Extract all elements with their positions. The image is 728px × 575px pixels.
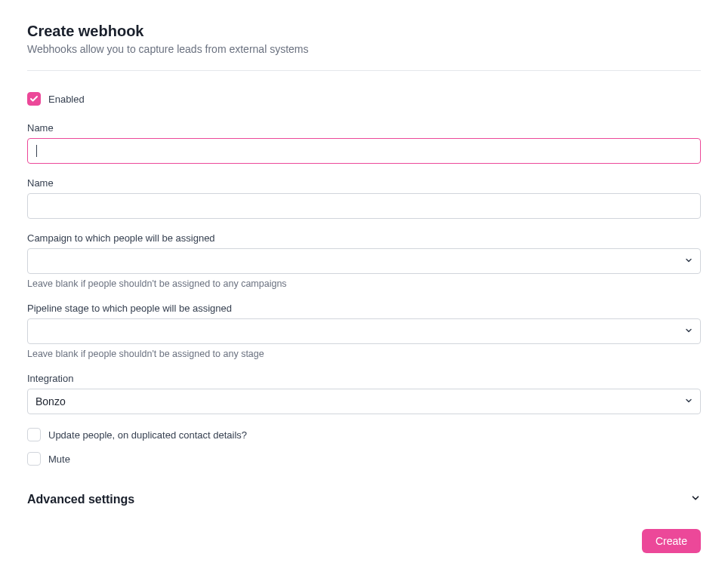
mute-label: Mute (48, 454, 70, 465)
campaign-group: Campaign to which people will be assigne… (27, 232, 701, 289)
update-people-label: Update people, on duplicated contact det… (48, 429, 247, 441)
name2-input[interactable] (27, 193, 701, 219)
mute-row: Mute (27, 452, 701, 466)
pipeline-select-wrapper (27, 318, 701, 344)
chevron-down-icon (690, 493, 701, 506)
page-title: Create webhook (27, 23, 701, 40)
integration-select[interactable]: Bonzo (27, 389, 701, 414)
enabled-label: Enabled (48, 94, 85, 105)
advanced-settings-title: Advanced settings (27, 493, 134, 506)
integration-label: Integration (27, 373, 701, 384)
campaign-select[interactable] (27, 248, 701, 274)
check-icon (29, 94, 39, 103)
page-subtitle: Webhooks allow you to capture leads from… (27, 43, 701, 55)
footer: Create (27, 529, 701, 553)
mute-checkbox[interactable] (27, 452, 41, 466)
name2-label: Name (27, 177, 701, 189)
pipeline-label: Pipeline stage to which people will be a… (27, 303, 701, 314)
integration-group: Integration Bonzo (27, 373, 701, 414)
enabled-checkbox[interactable] (27, 92, 41, 106)
name1-input[interactable] (27, 138, 701, 164)
pipeline-helper: Leave blank if people shouldn't be assig… (27, 349, 701, 359)
campaign-helper: Leave blank if people shouldn't be assig… (27, 278, 701, 289)
campaign-label: Campaign to which people will be assigne… (27, 232, 701, 244)
enabled-row: Enabled (27, 92, 701, 106)
name1-group: Name (27, 122, 701, 164)
campaign-select-wrapper (27, 248, 701, 274)
integration-select-wrapper: Bonzo (27, 389, 701, 414)
name2-group: Name (27, 177, 701, 219)
divider (27, 70, 701, 71)
update-people-checkbox[interactable] (27, 428, 41, 441)
pipeline-select[interactable] (27, 318, 701, 344)
update-people-row: Update people, on duplicated contact det… (27, 428, 701, 441)
advanced-settings-toggle[interactable]: Advanced settings (27, 493, 701, 506)
name1-label: Name (27, 122, 701, 134)
create-button[interactable]: Create (642, 529, 701, 553)
text-cursor (36, 145, 37, 157)
pipeline-group: Pipeline stage to which people will be a… (27, 303, 701, 359)
integration-value: Bonzo (35, 395, 66, 407)
